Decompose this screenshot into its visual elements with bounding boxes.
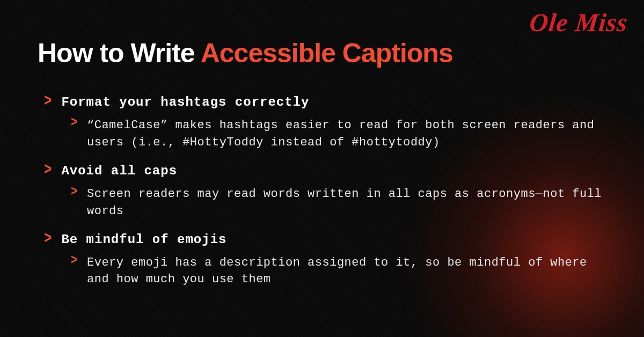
item-detail: “CamelCase” makes hashtags easier to rea… [87,117,602,151]
chevron-right-icon: > [71,115,77,131]
item-detail: Every emoji has a description assigned t… [87,254,602,289]
page-title: How to Write Accessible Captions [38,38,606,69]
title-part-1: How to Write [38,38,201,68]
item-heading: Be mindful of emojis [61,232,226,248]
list-item: > Avoid all caps > Screen readers may re… [44,163,606,220]
chevron-right-icon: > [71,252,77,268]
item-detail: Screen readers may read words written in… [87,186,602,220]
tips-list: > Format your hashtags correctly > “Came… [38,94,606,288]
list-item: > Be mindful of emojis > Every emoji has… [44,232,606,289]
title-part-2: Accessible Captions [201,38,453,68]
chevron-right-icon: > [44,161,52,179]
item-heading: Format your hashtags correctly [61,94,309,111]
slide-content: How to Write Accessible Captions > Forma… [0,0,644,288]
list-item: > Format your hashtags correctly > “Came… [44,94,606,151]
chevron-right-icon: > [71,184,77,199]
chevron-right-icon: > [44,92,52,111]
chevron-right-icon: > [44,230,52,248]
item-heading: Avoid all caps [61,163,177,179]
